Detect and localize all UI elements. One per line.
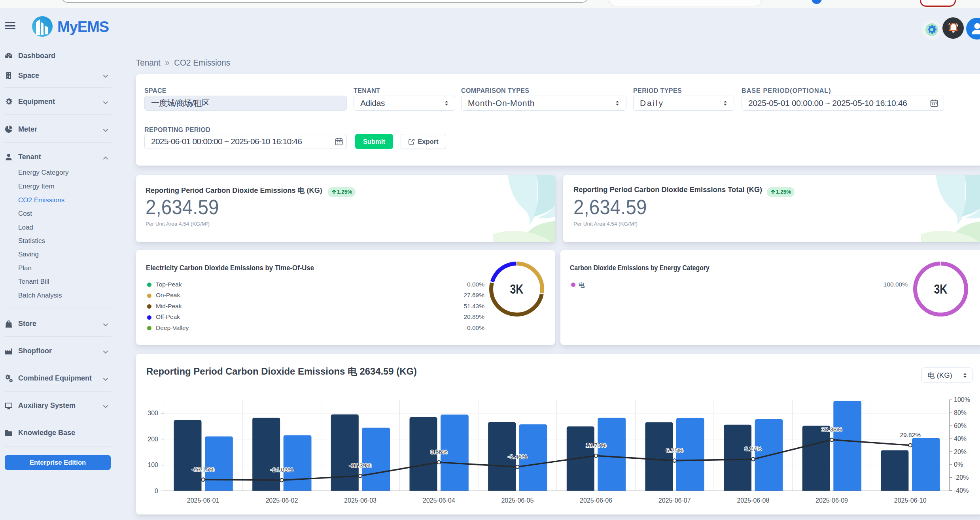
- svg-text:2025-06-01: 2025-06-01: [187, 497, 219, 504]
- svg-text:3K: 3K: [510, 282, 524, 296]
- svg-text:200: 200: [148, 436, 158, 443]
- svg-text:2025-06-05: 2025-06-05: [501, 497, 534, 504]
- svg-text:0%: 0%: [954, 461, 963, 468]
- svg-text:100: 100: [148, 462, 158, 468]
- svg-text:13.70%: 13.70%: [586, 442, 607, 448]
- svg-text:60%: 60%: [954, 422, 967, 429]
- svg-text:-3.46%: -3.46%: [508, 453, 527, 460]
- svg-text:38.38%: 38.38%: [821, 426, 842, 433]
- svg-text:20%: 20%: [954, 448, 967, 455]
- svg-text:-17.39%: -17.39%: [349, 462, 372, 469]
- svg-text:8.27%: 8.27%: [744, 445, 762, 452]
- svg-text:2025-06-09: 2025-06-09: [815, 497, 848, 504]
- svg-text:6.25%: 6.25%: [666, 447, 683, 454]
- svg-text:-24.03%: -24.03%: [271, 466, 293, 473]
- svg-text:100%: 100%: [954, 396, 970, 403]
- svg-text:3.56%: 3.56%: [430, 448, 448, 455]
- svg-text:2025-06-06: 2025-06-06: [580, 497, 612, 504]
- svg-text:-20%: -20%: [954, 474, 969, 481]
- svg-text:2025-06-04: 2025-06-04: [423, 497, 455, 504]
- svg-text:0: 0: [155, 488, 158, 494]
- svg-text:2025-06-08: 2025-06-08: [737, 497, 769, 504]
- svg-text:2025-06-07: 2025-06-07: [658, 497, 691, 504]
- svg-text:80%: 80%: [954, 409, 967, 416]
- svg-text:3K: 3K: [934, 282, 948, 296]
- svg-text:2025-06-02: 2025-06-02: [265, 497, 298, 504]
- svg-text:-40%: -40%: [954, 487, 969, 494]
- svg-text:29.82%: 29.82%: [900, 431, 921, 438]
- svg-text:2025-06-10: 2025-06-10: [894, 497, 927, 504]
- svg-text:300: 300: [148, 410, 158, 416]
- svg-text:40%: 40%: [954, 435, 967, 442]
- svg-text:2025-06-03: 2025-06-03: [344, 497, 376, 504]
- svg-text:-23.15%: -23.15%: [192, 466, 215, 473]
